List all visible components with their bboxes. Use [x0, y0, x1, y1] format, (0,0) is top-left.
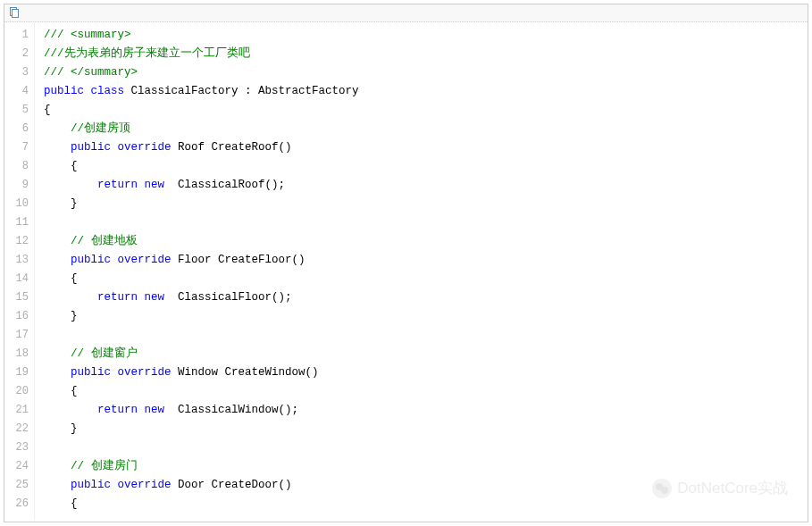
token-comment: ///先为表弟的房子来建立一个工厂类吧	[44, 47, 250, 60]
token-keyword: override	[118, 366, 172, 379]
token-keyword: return	[97, 404, 138, 416]
token-keyword: class	[91, 85, 125, 97]
line-number: 4	[4, 82, 29, 101]
token-plain	[111, 254, 118, 266]
token-keyword: public	[44, 85, 84, 97]
token-keyword: new	[145, 179, 165, 191]
line-number-gutter: 1234567891011121314151617181920212223242…	[4, 22, 35, 521]
token-plain: ClassicalWindow();	[164, 404, 298, 416]
token-plain	[111, 141, 118, 154]
token-keyword: public	[71, 479, 111, 491]
token-plain: {	[71, 497, 78, 510]
line-number: 9	[4, 176, 29, 195]
code-line: return new ClassicalWindow();	[44, 401, 808, 420]
code-line: public override Window CreateWindow()	[44, 363, 808, 382]
code-line: /// </summary>	[44, 63, 808, 82]
code-line: public override Floor CreateFloor()	[44, 251, 808, 270]
token-comment: // 创建窗户	[71, 347, 138, 360]
code-line	[44, 213, 808, 232]
token-keyword: override	[118, 479, 172, 491]
token-plain: {	[71, 160, 78, 172]
token-plain	[84, 85, 91, 97]
code-line	[44, 326, 808, 345]
copy-icon[interactable]	[8, 6, 21, 19]
line-number: 21	[4, 401, 29, 420]
code-line	[44, 438, 808, 457]
token-comment: /// </summary>	[44, 66, 138, 79]
token-comment: /// <summary>	[44, 29, 131, 41]
line-number: 25	[4, 476, 29, 495]
token-keyword: public	[71, 141, 111, 154]
token-plain	[138, 179, 145, 191]
code-line: public class ClassicalFactory : Abstract…	[44, 82, 808, 101]
token-comment: // 创建地板	[71, 235, 138, 247]
line-number: 13	[4, 251, 29, 270]
code-line: //创建房顶	[44, 120, 808, 138]
code-line: {	[44, 157, 808, 176]
token-plain: }	[71, 197, 78, 210]
line-number: 6	[4, 120, 29, 138]
token-keyword: override	[118, 254, 172, 266]
token-plain: Window CreateWindow()	[172, 366, 319, 379]
token-plain: }	[71, 422, 78, 435]
token-plain	[138, 404, 145, 416]
code-area: 1234567891011121314151617181920212223242…	[4, 22, 808, 521]
code-line: // 创建房门	[44, 457, 808, 476]
line-number: 7	[4, 138, 29, 157]
code-block: 1234567891011121314151617181920212223242…	[4, 4, 808, 522]
code-line: {	[44, 101, 808, 120]
line-number: 19	[4, 363, 29, 382]
token-keyword: public	[71, 366, 111, 379]
token-keyword: new	[145, 291, 165, 304]
line-number: 26	[4, 495, 29, 513]
line-number: 23	[4, 438, 29, 457]
token-keyword: return	[97, 179, 138, 191]
token-plain: ClassicalRoof();	[164, 179, 285, 191]
code-line: return new ClassicalRoof();	[44, 176, 808, 195]
code-toolbar	[4, 4, 808, 22]
token-keyword: override	[118, 141, 172, 154]
svg-rect-1	[13, 10, 19, 18]
line-number: 8	[4, 157, 29, 176]
line-number: 14	[4, 270, 29, 288]
token-plain	[138, 291, 145, 304]
line-number: 24	[4, 457, 29, 476]
token-comment: // 创建房门	[71, 460, 138, 472]
line-number: 1	[4, 26, 29, 45]
token-plain: {	[44, 104, 51, 116]
line-number: 15	[4, 288, 29, 307]
code-line: // 创建窗户	[44, 345, 808, 363]
code-line: }	[44, 420, 808, 438]
line-number: 22	[4, 420, 29, 438]
code-line: /// <summary>	[44, 26, 808, 45]
token-plain: }	[71, 310, 78, 322]
token-plain: ClassicalFloor();	[164, 291, 292, 304]
line-number: 2	[4, 45, 29, 63]
code-line: {	[44, 495, 808, 513]
code-line: ///先为表弟的房子来建立一个工厂类吧	[44, 45, 808, 63]
line-number: 16	[4, 307, 29, 326]
code-content: /// <summary>///先为表弟的房子来建立一个工厂类吧/// </su…	[35, 22, 808, 521]
line-number: 3	[4, 63, 29, 82]
line-number: 5	[4, 101, 29, 120]
token-comment: //创建房顶	[71, 122, 130, 135]
token-keyword: return	[97, 291, 138, 304]
code-line: public override Roof CreateRoof()	[44, 138, 808, 157]
line-number: 11	[4, 213, 29, 232]
code-line: return new ClassicalFloor();	[44, 288, 808, 307]
token-plain: Door CreateDoor()	[172, 479, 292, 491]
code-line: }	[44, 307, 808, 326]
line-number: 20	[4, 382, 29, 401]
token-plain: {	[71, 385, 78, 397]
code-line: {	[44, 270, 808, 288]
token-plain	[111, 366, 118, 379]
line-number: 12	[4, 232, 29, 251]
code-line: }	[44, 195, 808, 213]
token-plain: {	[71, 272, 78, 285]
token-keyword: public	[71, 254, 111, 266]
token-plain: Floor CreateFloor()	[172, 254, 306, 266]
token-plain: ClassicalFactory : AbstractFactory	[124, 85, 359, 97]
token-plain: Roof CreateRoof()	[172, 141, 292, 154]
line-number: 10	[4, 195, 29, 213]
code-line: {	[44, 382, 808, 401]
